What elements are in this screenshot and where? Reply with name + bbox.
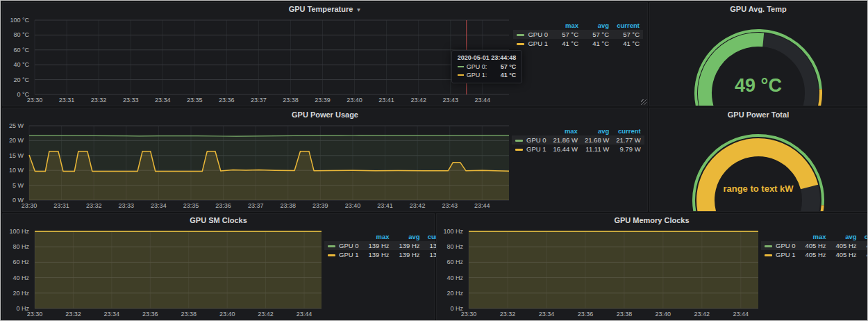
legend-row-gpu0: GPU 0 405 Hz 405 Hz 405 Hz xyxy=(761,241,868,250)
gauge-svg: range to text kW xyxy=(650,121,867,211)
panel-title-gpu-power-total[interactable]: GPU Power Total xyxy=(650,108,867,121)
series-dash xyxy=(328,245,335,247)
x-axis-label: 23:40 xyxy=(651,311,675,318)
x-axis-label: 23:36 xyxy=(574,311,597,318)
y-axis-label: 5 W xyxy=(3,182,24,189)
series-dash xyxy=(458,66,464,67)
panel-title-text: GPU Memory Clocks xyxy=(614,216,689,224)
legend-header-avg[interactable]: avg xyxy=(581,126,612,135)
x-axis-label: 23:39 xyxy=(308,202,332,209)
series-dash xyxy=(328,254,335,256)
legend-series-gpu1[interactable]: GPU 1 xyxy=(526,145,546,153)
grafana-dashboard: GPU Temperature▼ 2020-05-01 23:44:48 GPU… xyxy=(0,0,868,321)
legend-value-max: 405 Hz xyxy=(799,250,830,259)
power-plot-area[interactable] xyxy=(3,121,512,211)
temp-plot-area[interactable] xyxy=(3,15,512,106)
legend-header-row: max avg current xyxy=(512,126,644,135)
panel-title-gpu-temperature[interactable]: GPU Temperature▼ xyxy=(3,3,647,15)
panel-resize-handle[interactable] xyxy=(641,99,646,105)
x-axis-label: 23:36 xyxy=(215,97,238,104)
legend-value-avg: 139 Hz xyxy=(393,250,424,259)
x-axis-label: 23:35 xyxy=(179,202,203,209)
panel-title-gpu-memory-clocks[interactable]: GPU Memory Clocks xyxy=(437,214,867,227)
y-axis-label: 80 Hz xyxy=(437,243,463,250)
chart-tooltip: 2020-05-01 23:44:48 GPU 0: 57 °C GPU 1: … xyxy=(451,50,523,83)
x-axis-label: 23:38 xyxy=(278,97,302,104)
y-axis-label: 100 °C xyxy=(3,17,29,24)
y-axis-label: 80 °C xyxy=(3,31,29,38)
tooltip-row: GPU 0: 57 °C xyxy=(458,63,517,70)
x-axis-label: 23:40 xyxy=(215,311,239,318)
legend-header-max[interactable]: max xyxy=(551,21,582,30)
legend-header-max[interactable]: max xyxy=(550,126,581,135)
x-axis-label: 23:41 xyxy=(375,97,399,104)
legend-row-gpu0: GPU 0 21.86 W 21.68 W 21.77 W xyxy=(512,135,644,145)
x-axis-label: 23:40 xyxy=(341,202,365,209)
legend-series-gpu0[interactable]: GPU 0 xyxy=(526,136,546,144)
legend-value-max: 21.86 W xyxy=(550,135,581,145)
panel-gpu-power-usage: GPU Power Usage 0 W5 W10 W15 W20 W25 W23… xyxy=(2,108,648,212)
tooltip-timestamp: 2020-05-01 23:44:48 xyxy=(458,54,517,61)
panel-title-gpu-power-usage[interactable]: GPU Power Usage xyxy=(3,108,647,121)
sm-plot-area[interactable] xyxy=(3,227,324,320)
panel-title-text: GPU Avg. Temp xyxy=(730,5,787,13)
gpu-temperature-chart[interactable]: 2020-05-01 23:44:48 GPU 0: 57 °C GPU 1: … xyxy=(3,15,512,106)
series-dash xyxy=(765,245,772,247)
y-axis-label: 100 Hz xyxy=(3,228,29,235)
legend-header-current[interactable]: current xyxy=(612,21,643,30)
legend-header-current[interactable]: current xyxy=(612,126,644,135)
gpu-memory-clocks-chart[interactable]: 0 Hz20 Hz40 Hz60 Hz80 Hz100 Hz23:3023:32… xyxy=(437,227,761,320)
legend-value-avg: 21.68 W xyxy=(581,135,612,145)
y-axis-label: 20 Hz xyxy=(3,290,29,297)
x-axis-label: 23:34 xyxy=(147,202,170,209)
gpu-power-usage-chart[interactable]: 0 W5 W10 W15 W20 W25 W23:3023:3123:3223:… xyxy=(3,121,512,211)
gauge-svg: 49 °C xyxy=(650,15,867,106)
legend-series-gpu0[interactable]: GPU 0 xyxy=(528,31,548,38)
x-axis-label: 23:44 xyxy=(470,202,494,209)
legend-header-max[interactable]: max xyxy=(362,232,393,241)
panel-title-text: GPU Temperature xyxy=(289,5,353,13)
x-axis-label: 23:36 xyxy=(212,202,235,209)
gpu-avg-temp-gauge: 49 °C xyxy=(650,15,867,106)
legend-value-avg: 405 Hz xyxy=(830,250,860,259)
legend-series-gpu1[interactable]: GPU 1 xyxy=(339,251,359,258)
gpu-sm-clocks-chart[interactable]: 0 Hz20 Hz40 Hz60 Hz80 Hz100 Hz23:3023:32… xyxy=(3,227,324,320)
x-axis-label: 23:34 xyxy=(100,311,124,318)
legend-series-gpu0[interactable]: GPU 0 xyxy=(776,242,796,249)
legend-table: max avg current GPU 0 21.86 W 21.68 W 21… xyxy=(512,126,644,154)
legend-header-max[interactable]: max xyxy=(799,232,830,241)
panel-title-gpu-sm-clocks[interactable]: GPU SM Clocks xyxy=(3,214,434,227)
legend-header-avg[interactable]: avg xyxy=(393,232,424,241)
panel-title-gpu-avg-temp[interactable]: GPU Avg. Temp xyxy=(650,3,867,15)
legend-header-avg[interactable]: avg xyxy=(830,232,860,241)
legend-value-avg: 11.11 W xyxy=(581,145,612,154)
legend-value-current: 41 °C xyxy=(612,39,643,48)
y-axis-label: 40 °C xyxy=(3,61,29,68)
x-axis-label: 23:31 xyxy=(50,202,74,209)
mem-plot-area[interactable] xyxy=(437,227,761,320)
x-axis-label: 23:32 xyxy=(496,311,519,318)
y-axis-label: 40 Hz xyxy=(437,274,463,281)
legend-value-max: 41 °C xyxy=(551,39,582,48)
legend-header-current[interactable]: current xyxy=(860,232,868,241)
legend-series-gpu0[interactable]: GPU 0 xyxy=(339,242,359,249)
legend-row-gpu1: GPU 1 41 °C 41 °C 41 °C xyxy=(513,39,643,48)
x-axis-label: 23:43 xyxy=(438,202,462,209)
legend-header-avg[interactable]: avg xyxy=(582,21,612,30)
legend-series-gpu1[interactable]: GPU 1 xyxy=(776,251,796,258)
y-axis-label: 60 Hz xyxy=(3,258,29,265)
legend-series-gpu1[interactable]: GPU 1 xyxy=(528,40,548,47)
x-axis-label: 23:32 xyxy=(61,311,85,318)
y-axis-label: 60 °C xyxy=(3,47,29,54)
y-axis-label: 15 W xyxy=(3,152,24,159)
tooltip-series-value: 57 °C xyxy=(492,63,517,70)
x-axis-label: 23:37 xyxy=(247,97,270,104)
panel-gpu-power-total: GPU Power Total range to text kW xyxy=(649,108,867,212)
legend-value-avg: 41 °C xyxy=(582,39,612,48)
legend-value-max: 16.44 W xyxy=(550,145,581,154)
y-axis-label: 20 Hz xyxy=(437,290,463,297)
legend-value-max: 139 Hz xyxy=(362,241,393,250)
legend-value-current: 9.79 W xyxy=(612,145,644,154)
legend-row-gpu1: GPU 1 405 Hz 405 Hz 405 Hz xyxy=(761,250,868,259)
y-axis-label: 60 Hz xyxy=(437,258,463,265)
